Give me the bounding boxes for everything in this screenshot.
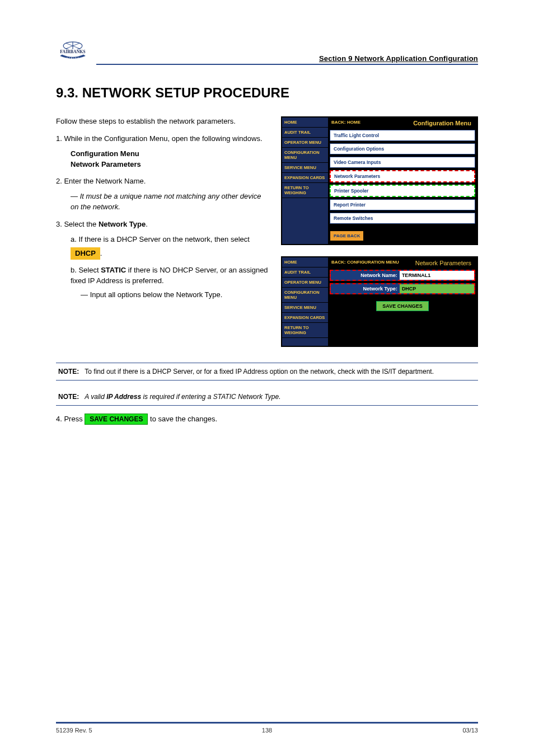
footer-page-number: 138 xyxy=(196,727,337,734)
dhcp-highlight: DHCP xyxy=(71,247,100,260)
menu-item-printer-spooler[interactable]: Printer Spooler xyxy=(330,185,475,197)
shot1-title: Configuration Menu xyxy=(407,118,477,129)
screenshot-network-parameters: HOME AUDIT TRAIL OPERATOR MENU CONFIGURA… xyxy=(281,256,478,347)
nav-item[interactable]: EXPANSION CARDS xyxy=(282,173,328,183)
page-back-button[interactable]: PAGE BACK xyxy=(330,231,364,241)
nav-item[interactable]: RETURN TO WEIGHING xyxy=(282,183,328,198)
svg-text:S C A L E S: S C A L E S xyxy=(67,57,79,59)
nav-item[interactable]: CONFIGURATION MENU xyxy=(282,148,328,163)
step-3a: a. If there is a DHCP Server on the netw… xyxy=(71,235,250,243)
step-1a-label: Configuration Menu xyxy=(71,149,139,158)
nav-item[interactable]: SERVICE MENU xyxy=(282,163,328,173)
note-2-post: is required if entering a STATIC Network… xyxy=(141,393,280,401)
nav-item[interactable]: AUDIT TRAIL xyxy=(282,267,328,278)
nav-item[interactable]: RETURN TO WEIGHING xyxy=(282,323,328,338)
back-link[interactable]: BACK: CONFIGURATION MENU xyxy=(328,257,410,269)
step-3-post: . xyxy=(146,220,148,228)
footer-right: 03/13 xyxy=(338,727,478,734)
step-4: 4. Press SAVE CHANGES to save the change… xyxy=(56,414,478,425)
menu-item-network-parameters[interactable]: Network Parameters xyxy=(330,170,475,182)
network-name-row: Network Name: TERMINAL1 xyxy=(330,270,475,281)
shot2-title: Network Parameters xyxy=(410,257,477,269)
network-type-select[interactable]: DHCP xyxy=(400,284,474,293)
fairbanks-logo: FAIRBANKS S C A L E S xyxy=(56,39,90,65)
step-1b-label: Network Parameters xyxy=(71,160,141,168)
save-changes-button[interactable]: SAVE CHANGES xyxy=(376,301,428,311)
nav-item[interactable]: HOME xyxy=(282,257,328,267)
step-3a-post: . xyxy=(100,249,102,257)
page-header: FAIRBANKS S C A L E S Section 9 Network … xyxy=(56,39,478,65)
shot1-nav: HOME AUDIT TRAIL OPERATOR MENU CONFIGURA… xyxy=(282,118,328,244)
note-2-pre: A valid xyxy=(85,393,106,401)
note-label: NOTE: xyxy=(58,393,79,401)
save-changes-inline: SAVE CHANGES xyxy=(85,414,148,425)
step-2-note: It must be a unique name not matching an… xyxy=(71,192,261,211)
nav-item[interactable]: EXPANSION CARDS xyxy=(282,313,328,323)
network-name-label: Network Name: xyxy=(331,271,400,280)
section-title: Section 9 Network Application Configurat… xyxy=(96,54,478,65)
nav-item[interactable]: OPERATOR MENU xyxy=(282,138,328,148)
nav-item[interactable]: OPERATOR MENU xyxy=(282,278,328,288)
step-3b-pre: b. Select xyxy=(71,266,101,274)
note-1-text: To find out if there is a DHCP Server, o… xyxy=(85,368,434,375)
menu-item[interactable]: Configuration Options xyxy=(330,143,475,154)
nav-item[interactable]: AUDIT TRAIL xyxy=(282,128,328,138)
network-type-label: Network Type: xyxy=(331,284,400,293)
note-2-ip: IP Address xyxy=(106,393,141,401)
nav-item[interactable]: HOME xyxy=(282,118,328,128)
step-1: 1. While in the Configuration Menu, open… xyxy=(56,134,269,144)
network-type-row: Network Type: DHCP xyxy=(330,283,475,294)
page-title: 9.3. NETWORK SETUP PROCEDURE xyxy=(56,85,478,101)
note-label: NOTE: xyxy=(58,368,79,375)
nav-item[interactable]: SERVICE MENU xyxy=(282,303,328,313)
screenshot-config-menu: HOME AUDIT TRAIL OPERATOR MENU CONFIGURA… xyxy=(281,116,478,245)
back-link[interactable]: BACK: HOME xyxy=(328,118,407,129)
step-4-post: to save the changes. xyxy=(148,415,217,423)
nav-item[interactable]: CONFIGURATION MENU xyxy=(282,288,328,303)
menu-item[interactable]: Report Printer xyxy=(330,199,475,210)
step-3-link: Network Type xyxy=(99,220,146,228)
step-4-pre: 4. Press xyxy=(56,415,85,423)
step-3-pre: 3. Select the xyxy=(56,220,99,228)
page-footer: 51239 Rev. 5 138 03/13 xyxy=(56,722,478,734)
menu-item[interactable]: Video Camera Inputs xyxy=(330,157,475,168)
note-1: NOTE: To find out if there is a DHCP Ser… xyxy=(56,363,478,381)
footer-left: 51239 Rev. 5 xyxy=(56,727,196,734)
network-name-input[interactable]: TERMINAL1 xyxy=(400,271,474,280)
step-2: 2. Enter the Network Name. xyxy=(56,177,146,185)
menu-item[interactable]: Traffic Light Control xyxy=(330,130,475,141)
step-3b-static: STATIC xyxy=(101,266,126,274)
intro-text: Follow these steps to establish the netw… xyxy=(56,116,269,127)
svg-text:FAIRBANKS: FAIRBANKS xyxy=(60,49,85,54)
step-3b-note: Input all options below the Network Type… xyxy=(90,290,223,299)
shot2-nav: HOME AUDIT TRAIL OPERATOR MENU CONFIGURA… xyxy=(282,257,328,346)
menu-item[interactable]: Remote Switches xyxy=(330,213,475,224)
note-2: NOTE: A valid IP Address is required if … xyxy=(56,388,478,406)
